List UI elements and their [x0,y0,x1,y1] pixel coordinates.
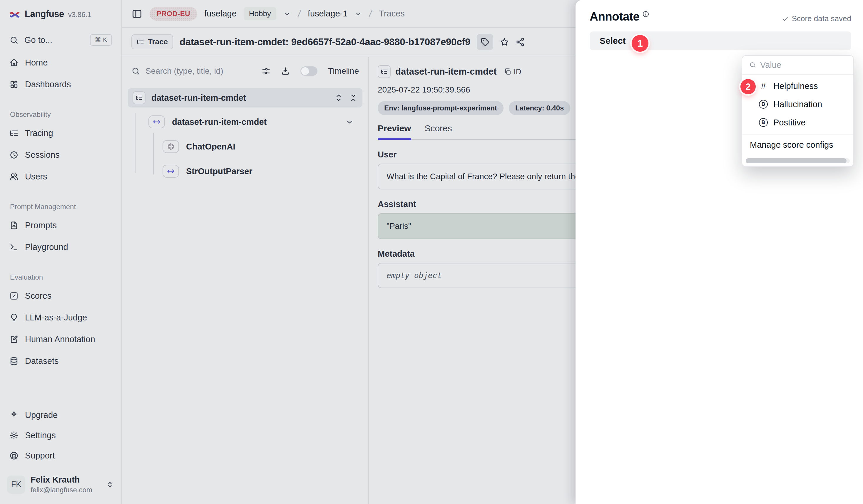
tab-scores[interactable]: Scores [424,124,452,139]
sidebar-item-label: Human Annotation [25,335,95,344]
user-name: Felix Krauth [30,475,92,484]
dropdown-search-input[interactable] [760,60,846,70]
dropdown-option-label: Postitive [773,118,806,128]
user-menu[interactable]: FK Felix Krauth felix@langfuse.com [7,475,114,494]
tutorial-step-1-marker: 1 [632,35,648,52]
breadcrumb-divider: / [297,8,302,19]
app-window: Langfuse v3.86.1 Go to... ⌘ K Home Dashb… [0,0,863,504]
info-icon[interactable] [642,11,649,18]
boolean-icon: B [759,100,768,109]
copy-id-button[interactable]: ID [504,67,522,76]
chevron-down-icon[interactable] [283,10,291,18]
sidebar-item-home[interactable]: Home [5,53,117,72]
tree-row-label: StrOutputParser [186,167,252,176]
sidebar-item-label: LLM-as-a-Judge [25,313,87,323]
scrollbar-thumb[interactable] [746,158,847,163]
sidebar-item-label: Support [25,451,55,461]
dropdown-option-postitive[interactable]: B Postitive [742,113,853,132]
sidebar-item-label: Prompts [25,221,57,230]
list-tree-icon [136,94,142,101]
sidebar-section-prompt-management: Prompt Management [10,203,111,211]
sidebar-item-label: Users [25,172,47,181]
check-icon [781,15,789,23]
dropdown-option-helpfulness[interactable]: # Helpfulness [742,77,853,95]
numeric-icon: # [759,81,768,91]
timeline-toggle[interactable] [300,66,317,76]
save-status: Score data saved [781,14,851,23]
sidebar-item-scores[interactable]: Scores [5,286,117,305]
dropdown-option-label: Helpfulness [773,81,818,91]
span-type-badge [148,115,165,128]
tree-row-root[interactable]: dataset-run-item-cmdet [128,88,362,107]
sidebar-item-playground[interactable]: Playground [5,237,117,256]
brand-name: Langfuse [25,9,64,20]
brand-row: Langfuse v3.86.1 [0,0,121,23]
boolean-icon: B [759,118,768,127]
sidebar-item-label: Playground [25,242,68,252]
lifebuoy-icon [9,451,18,460]
dropdown-option-label: Hallucination [773,100,822,109]
tag-button[interactable] [477,34,493,50]
sidebar-item-dashboards[interactable]: Dashboards [5,75,117,94]
score-select-trigger[interactable]: Select [590,31,851,50]
percent-square-icon [9,292,18,300]
share-icon[interactable] [515,37,525,47]
sidebar-section-observability: Observability [10,111,111,119]
sparkle-icon [9,411,18,420]
app-version: v3.86.1 [68,11,91,19]
terminal-icon [9,243,18,252]
clock-icon [9,150,18,159]
sidebar-item-support[interactable]: Support [5,446,117,465]
id-label: ID [514,67,522,76]
env-badge: PROD-EU [150,7,197,21]
observation-type-badge [378,65,391,78]
clipboard-pen-icon [9,335,18,344]
annotate-title: Annotate [590,10,639,23]
plan-badge: Hobby [244,7,276,20]
detail-title: dataset-run-item-cmdet [395,66,497,77]
sidebar-item-prompts[interactable]: Prompts [5,216,117,235]
sidebar: Langfuse v3.86.1 Go to... ⌘ K Home Dashb… [0,0,122,504]
star-icon[interactable] [500,37,509,47]
span-type-badge [163,165,179,178]
goto-search[interactable]: Go to... ⌘ K [5,31,117,49]
collapse-all-icon[interactable] [349,93,358,102]
sidebar-footer: Upgrade Settings Support FK Felix Krauth… [0,404,121,498]
list-tree-icon [9,129,18,138]
chevron-down-icon[interactable] [354,10,362,18]
filter-sliders-icon[interactable] [262,67,271,76]
tree-row-parser[interactable]: StrOutputParser [163,163,362,180]
sidebar-item-llm-as-a-judge[interactable]: LLM-as-a-Judge [5,308,117,327]
gear-icon [9,431,18,440]
tab-preview[interactable]: Preview [378,124,411,140]
breadcrumb-org[interactable]: fuselage [204,9,237,18]
expand-all-icon[interactable] [334,93,343,102]
chevron-down-icon[interactable] [346,118,354,126]
tree-search-row: Timeline [128,62,362,80]
database-icon [9,357,18,366]
sidebar-item-users[interactable]: Users [5,167,117,186]
download-icon[interactable] [281,67,290,76]
annotate-drawer: Annotate Score data saved Select 1 # Hel… [576,0,863,504]
toggle-knob [301,67,309,75]
user-email: felix@langfuse.com [30,486,92,494]
sidebar-item-human-annotation[interactable]: Human Annotation [5,330,117,349]
tree-row-generation[interactable]: ChatOpenAI [163,138,362,155]
panel-left-icon[interactable] [132,8,142,20]
breadcrumb-project[interactable]: fuselage-1 [308,9,348,18]
sidebar-item-sessions[interactable]: Sessions [5,145,117,164]
tree-row-span[interactable]: dataset-run-item-cmdet [148,113,362,130]
dropdown-option-hallucination[interactable]: B Hallucination [742,95,853,113]
list-tree-icon [381,68,388,75]
tag-icon [480,38,489,47]
manage-score-configs[interactable]: Manage score configs [742,136,853,153]
sidebar-item-label: Datasets [25,356,59,366]
sidebar-item-upgrade[interactable]: Upgrade [5,405,117,424]
sidebar-item-settings[interactable]: Settings [5,426,117,445]
dropdown-scrollbar[interactable] [746,158,850,163]
tree-search-input[interactable] [146,66,242,76]
sidebar-item-datasets[interactable]: Datasets [5,351,117,370]
sidebar-item-tracing[interactable]: Tracing [5,124,117,142]
sidebar-item-label: Upgrade [25,410,58,420]
arrows-left-right-icon [167,167,175,175]
